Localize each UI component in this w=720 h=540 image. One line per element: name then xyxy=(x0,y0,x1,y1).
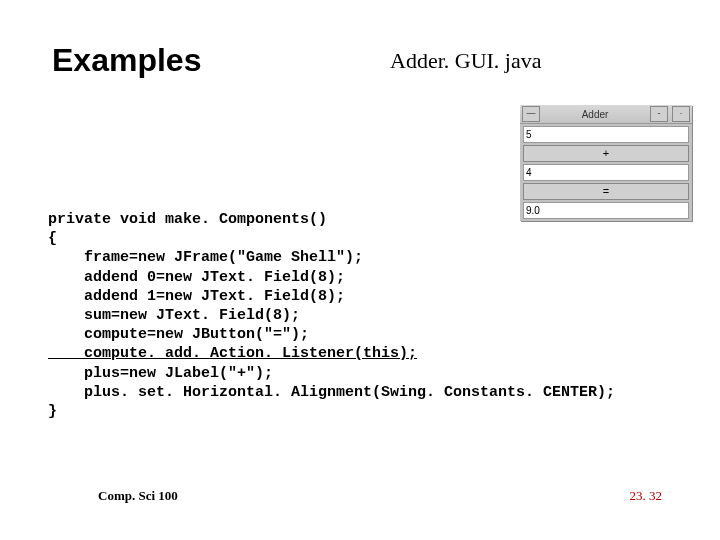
plus-label: + xyxy=(523,145,689,162)
code-line: } xyxy=(48,403,57,420)
code-block: private void make. Components() { frame=… xyxy=(48,210,615,421)
app-window: — Adder - · 5 + 4 = 9.0 xyxy=(520,105,692,221)
code-line: frame=new JFrame("Game Shell"); xyxy=(48,249,363,266)
footer-page-number: 23. 32 xyxy=(630,488,663,504)
code-line: private void make. Components() xyxy=(48,211,327,228)
minimize-button[interactable]: - xyxy=(650,106,668,122)
code-line: addend 1=new JText. Field(8); xyxy=(48,288,345,305)
code-line: addend 0=new JText. Field(8); xyxy=(48,269,345,286)
slide: Examples Adder. GUI. java — Adder - · 5 … xyxy=(0,0,720,540)
close-button[interactable]: · xyxy=(672,106,690,122)
code-line: compute=new JButton("="); xyxy=(48,326,309,343)
code-line: plus=new JLabel("+"); xyxy=(48,365,273,382)
file-name-label: Adder. GUI. java xyxy=(390,48,542,74)
code-line: { xyxy=(48,230,57,247)
equals-button[interactable]: = xyxy=(523,183,689,200)
slide-title: Examples xyxy=(52,42,201,79)
footer-course: Comp. Sci 100 xyxy=(98,488,178,504)
addend0-field[interactable]: 5 xyxy=(523,126,689,143)
code-line-underlined: compute. add. Action. Listener(this); xyxy=(48,345,417,362)
window-title: Adder xyxy=(542,109,648,120)
code-line: plus. set. Horizontal. Alignment(Swing. … xyxy=(48,384,615,401)
code-line: sum=new JText. Field(8); xyxy=(48,307,300,324)
titlebar: — Adder - · xyxy=(520,105,692,124)
system-menu-icon[interactable]: — xyxy=(522,106,540,122)
addend1-field[interactable]: 4 xyxy=(523,164,689,181)
